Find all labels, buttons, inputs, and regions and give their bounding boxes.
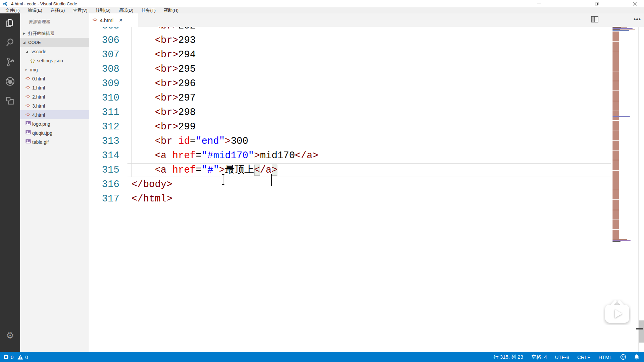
search-icon[interactable]: [0, 33, 20, 52]
source-control-icon[interactable]: [0, 52, 20, 72]
menu-item[interactable]: 编辑(E): [24, 7, 46, 13]
menu-item[interactable]: 调试(D): [114, 7, 137, 13]
code-line-310: 310 <br>297: [89, 91, 611, 105]
explorer-icon[interactable]: [0, 13, 20, 33]
tree-item-2-html[interactable]: <>2.html: [20, 92, 89, 101]
tree-item-label: 0.html: [32, 76, 45, 81]
tree-item--vscode[interactable]: ◢.vscode: [20, 47, 89, 56]
play-tv-overlay-icon[interactable]: [603, 299, 631, 325]
language-mode-status[interactable]: HTML: [598, 354, 612, 360]
code-line-308: 308 <br>295: [89, 62, 611, 76]
tree-item-qiuqiu-jpg[interactable]: qiuqiu.jpg: [20, 128, 89, 137]
tree-item-1-html[interactable]: <>1.html: [20, 83, 89, 92]
feedback-smiley-icon[interactable]: [620, 354, 626, 360]
restore-button[interactable]: [590, 0, 604, 7]
close-tab-icon[interactable]: ✕: [119, 17, 123, 23]
code-line-313: 313 <br id="end">300: [89, 134, 611, 148]
eol-status[interactable]: CRLF: [577, 354, 590, 360]
code-line-309: 309 <br>296: [89, 76, 611, 91]
error-icon: [3, 354, 9, 360]
encoding-status[interactable]: UTF-8: [555, 354, 569, 360]
debug-icon[interactable]: [0, 72, 20, 91]
minimize-button[interactable]: [532, 0, 546, 7]
section-open-editors[interactable]: ▶ 打开的编辑器: [20, 29, 89, 38]
menu-item[interactable]: 查看(V): [69, 7, 91, 13]
title-bar: 4.html - code - Visual Studio Code: [0, 0, 644, 7]
menu-item[interactable]: 转到(G): [92, 7, 115, 13]
image-file-icon: [25, 139, 32, 145]
file-tree: ◢.vscode{}settings.json▸img<>0.html<>1.h…: [20, 47, 89, 146]
menu-bar: 文件(F)编辑(E)选择(S)查看(V)转到(G)调试(D)任务(T)帮助(H): [0, 7, 644, 13]
warning-count: 0: [25, 354, 28, 360]
tree-item-label: img: [30, 67, 38, 72]
code-editor[interactable]: 305 <br>292306 <br>293307 <br>294308 <br…: [89, 27, 644, 352]
image-file-icon: [25, 121, 32, 127]
code-line-314: 314 <a href="#mid170">mid170</a>: [89, 148, 611, 163]
line-number: 308: [89, 62, 119, 76]
vscode-logo-icon: [3, 1, 8, 6]
tab-bar: <> 4.html ✕ •••: [89, 13, 644, 27]
editor-group: <> 4.html ✕ ••• 305 <br>292306 <br>29330…: [89, 13, 644, 352]
notifications-bell-icon[interactable]: [634, 354, 639, 360]
extensions-icon[interactable]: [0, 91, 20, 111]
close-button[interactable]: [628, 0, 642, 7]
status-bar: 0 0 行 315, 列 23 空格: 4 UTF-8 CRLF HTML: [0, 352, 644, 362]
tree-item-label: logo.png: [32, 121, 50, 127]
chevron-down-icon: ◢: [23, 41, 28, 44]
minimap-line: [612, 241, 621, 242]
chevron-down-icon: ◢: [25, 50, 30, 53]
html-file-icon: <>: [25, 76, 32, 81]
tree-item-logo-png[interactable]: logo.png: [20, 119, 89, 128]
tree-item-settings-json[interactable]: {}settings.json: [20, 56, 89, 65]
scrollbar[interactable]: [638, 27, 644, 352]
line-number: 311: [89, 105, 119, 120]
tree-item-label: 4.html: [32, 112, 45, 118]
warning-icon: [17, 355, 23, 360]
menu-item[interactable]: 选择(S): [46, 7, 69, 13]
menu-item[interactable]: 文件(F): [1, 7, 24, 13]
tree-item-label: settings.json: [37, 58, 63, 63]
line-number: 312: [89, 120, 119, 134]
code-line-305: 305 <br>292: [89, 27, 611, 33]
tree-item-img[interactable]: ▸img: [20, 65, 89, 74]
html-file-icon: <>: [93, 18, 97, 22]
overview-cursor-mark: [636, 328, 643, 329]
line-number: 306: [89, 33, 119, 48]
indentation-status[interactable]: 空格: 4: [531, 354, 547, 360]
tab-4html[interactable]: <> 4.html ✕: [89, 13, 138, 27]
tree-item-0-html[interactable]: <>0.html: [20, 74, 89, 83]
scrollbar-thumb[interactable]: [639, 320, 644, 343]
activity-bar: ⚙: [0, 13, 20, 352]
html-file-icon: <>: [25, 113, 32, 117]
split-editor-icon[interactable]: [591, 16, 600, 24]
tab-label: 4.html: [100, 17, 113, 23]
status-right: 行 315, 列 23 空格: 4 UTF-8 CRLF HTML: [493, 352, 644, 362]
problems-status[interactable]: 0 0: [0, 354, 30, 360]
tree-item-4-html[interactable]: <>4.html: [20, 110, 89, 119]
menu-item[interactable]: 帮助(H): [160, 7, 182, 13]
image-file-icon: [25, 130, 32, 136]
tree-item-label: 3.html: [32, 103, 45, 109]
line-number: 314: [89, 148, 119, 163]
tree-item-table-gif[interactable]: table.gif: [20, 137, 89, 146]
window-title: 4.html - code - Visual Studio Code: [11, 1, 77, 6]
chevron-right-icon: ▶: [23, 32, 28, 35]
section-code-root[interactable]: ◢ CODE: [20, 38, 89, 47]
chevron-right-icon: ▸: [25, 68, 30, 71]
more-actions-icon[interactable]: •••: [633, 16, 642, 24]
html-file-icon: <>: [25, 95, 32, 99]
sidebar-title: 资源管理器: [20, 13, 89, 29]
tree-item-3-html[interactable]: <>3.html: [20, 101, 89, 110]
code-line-315: 315 <a href="#">最顶上</a>: [89, 163, 611, 177]
line-number: 305: [89, 27, 119, 33]
menu-item[interactable]: 任务(T): [137, 7, 160, 13]
code-line-317: 317</html>: [89, 192, 611, 206]
code-line-306: 306 <br>293: [89, 33, 611, 48]
tree-item-label: 1.html: [32, 85, 45, 90]
cursor-position-status[interactable]: 行 315, 列 23: [493, 354, 523, 360]
code-line-316: 316</body>: [89, 177, 611, 192]
error-count: 0: [11, 354, 13, 360]
gear-icon[interactable]: ⚙: [0, 328, 20, 343]
tree-item-label: qiuqiu.jpg: [32, 130, 52, 136]
json-file-icon: {}: [30, 58, 37, 63]
